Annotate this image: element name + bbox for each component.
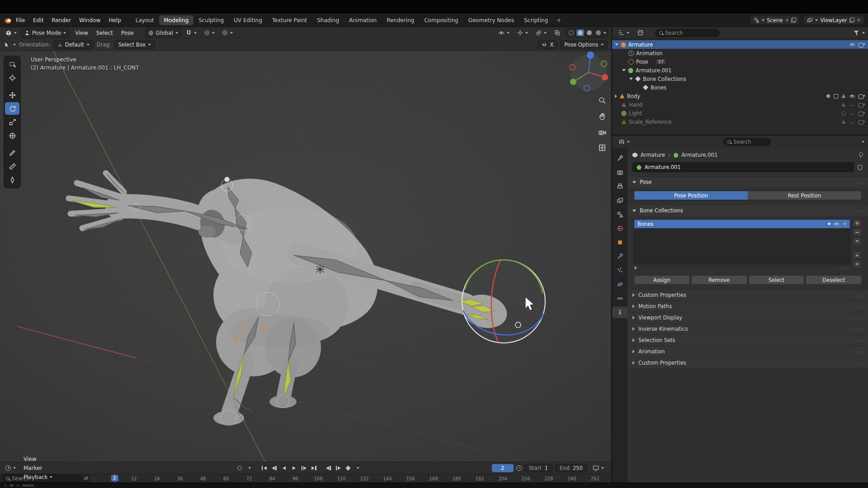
tab-scripting[interactable]: Scripting xyxy=(519,15,553,25)
outliner-display-mode[interactable] xyxy=(635,29,646,37)
tool-cursor[interactable] xyxy=(5,71,19,84)
panel-animation-5[interactable]: Animation:::: xyxy=(627,346,868,357)
viewport-menu-view[interactable]: View xyxy=(71,28,92,38)
axis-y-neg-ball[interactable] xyxy=(601,61,607,67)
outliner-search[interactable] xyxy=(655,29,720,37)
assign-button[interactable]: Assign xyxy=(634,275,690,285)
armature-name-input[interactable] xyxy=(645,164,850,170)
tab-uv-editing[interactable]: UV Editing xyxy=(229,15,267,25)
drag-dropdown[interactable]: Select Box xyxy=(114,40,156,49)
pin-icon[interactable] xyxy=(858,152,863,158)
tab-tool[interactable] xyxy=(613,153,627,164)
panel-custom-properties-6[interactable]: Custom Properties:::: xyxy=(627,357,868,368)
viewport-menu-select[interactable]: Select xyxy=(92,28,117,38)
caret-down-icon[interactable] xyxy=(615,43,618,46)
outliner-row-armature[interactable]: Armature xyxy=(612,40,868,49)
tab-modeling[interactable]: Modeling xyxy=(159,15,194,25)
menu-file[interactable]: File xyxy=(12,16,29,25)
menu-help[interactable]: Help xyxy=(104,16,125,25)
select-button[interactable]: Select xyxy=(749,275,805,285)
properties-search-input[interactable] xyxy=(733,139,767,145)
mirror-x-toggle[interactable]: X xyxy=(538,40,557,49)
panel-bone-collections[interactable]: Bone Collections :::: xyxy=(627,205,868,216)
solo-dot-icon[interactable]: ● xyxy=(828,222,830,225)
tab-render[interactable] xyxy=(613,167,627,178)
rotate-gizmo[interactable] xyxy=(462,260,545,343)
frame-start-field[interactable]: Start 1 xyxy=(524,464,552,472)
axis-z-ball[interactable] xyxy=(587,52,594,59)
visibility-eye-icon[interactable] xyxy=(849,102,855,108)
menu-edit[interactable]: Edit xyxy=(29,16,47,25)
properties-search[interactable] xyxy=(723,138,771,146)
menu-window[interactable]: Window xyxy=(75,16,104,25)
tab-sculpting[interactable]: Sculpting xyxy=(193,15,229,25)
panel-motion-paths-1[interactable]: Motion Paths:::: xyxy=(627,300,868,312)
timeline-editor-selector[interactable] xyxy=(3,465,19,472)
view-layer-selector[interactable]: ViewLayer × xyxy=(803,15,864,25)
tool-measure[interactable] xyxy=(5,160,19,173)
outliner-row-hand[interactable]: Hand xyxy=(612,100,868,109)
tool-extra[interactable] xyxy=(5,174,19,186)
breadcrumb-data[interactable]: Armature.001 xyxy=(682,152,718,158)
render-camera-icon[interactable] xyxy=(859,42,865,47)
add-workspace-button[interactable]: + xyxy=(553,16,565,24)
play-button[interactable] xyxy=(289,464,298,472)
move-up-button[interactable] xyxy=(853,251,861,259)
swap-filter-icon[interactable]: ⇄ xyxy=(84,475,88,481)
next-marker-button[interactable] xyxy=(334,464,343,472)
caret-right-icon[interactable] xyxy=(635,266,637,270)
pose-options-dropdown[interactable]: Pose Options xyxy=(560,40,608,49)
timeline-menu-view[interactable]: View xyxy=(19,455,57,464)
menu-render[interactable]: Render xyxy=(47,16,75,25)
tab-geometry-nodes[interactable]: Geometry Nodes xyxy=(463,15,519,25)
tab-physics[interactable] xyxy=(613,279,627,290)
tab-object[interactable] xyxy=(613,237,627,248)
caret-down-icon[interactable] xyxy=(629,78,633,80)
outliner-search-input[interactable] xyxy=(665,30,716,36)
ortho-grid-icon[interactable] xyxy=(598,144,606,153)
playhead-frame-badge[interactable]: 2 xyxy=(111,475,118,481)
mode-selector[interactable]: Pose Mode xyxy=(21,28,69,38)
tab-animation[interactable]: Animation xyxy=(344,15,382,25)
favorite-star-icon[interactable]: ☆ xyxy=(842,221,847,226)
render-camera-icon[interactable] xyxy=(859,102,865,107)
snapping-toggle[interactable] xyxy=(183,29,199,37)
outliner-row-pose[interactable]: Pose57 xyxy=(612,57,868,66)
outliner-row-bone-collections[interactable]: Bone Collections xyxy=(612,75,868,83)
proportional-editing-toggle[interactable] xyxy=(219,29,236,37)
pose-position-button[interactable]: Pose Position xyxy=(634,191,748,200)
filter-funnel-icon[interactable] xyxy=(854,30,859,36)
xray-toggle[interactable] xyxy=(552,29,563,37)
shading-rendered[interactable] xyxy=(594,29,602,36)
overlays-toggle[interactable] xyxy=(533,29,549,37)
timeline-menu-marker[interactable]: Marker xyxy=(19,464,57,473)
outliner-row-animation[interactable]: Animation xyxy=(612,49,868,57)
tool-scale[interactable] xyxy=(5,116,19,128)
visibility-eye-icon[interactable] xyxy=(849,42,855,47)
axis-x-neg-ball[interactable] xyxy=(570,65,576,70)
keying-set-caret[interactable] xyxy=(354,464,363,472)
rest-position-button[interactable]: Rest Position xyxy=(748,191,861,200)
jump-to-start-button[interactable] xyxy=(259,464,269,472)
move-down-button[interactable] xyxy=(853,260,861,268)
armature-name-field[interactable] xyxy=(632,162,854,172)
axis-z-neg-ball[interactable] xyxy=(584,85,590,91)
tab-scene[interactable] xyxy=(613,209,627,220)
add-collection-button[interactable]: + xyxy=(853,219,861,227)
use-preview-range-icon[interactable] xyxy=(516,465,522,471)
prev-marker-button[interactable] xyxy=(324,464,333,472)
caret-down-icon[interactable] xyxy=(622,69,626,71)
zoom-icon[interactable] xyxy=(598,96,606,106)
show-object-types-dropdown[interactable] xyxy=(495,29,512,37)
tab-compositing[interactable]: Compositing xyxy=(419,15,463,25)
remove-collection-button[interactable]: − xyxy=(853,228,861,236)
scene-selector[interactable]: Scene × xyxy=(750,15,800,25)
shading-material[interactable] xyxy=(585,29,593,36)
editor-type-selector[interactable] xyxy=(3,29,19,37)
tab-layout[interactable]: Layout xyxy=(131,15,159,25)
tab-rendering[interactable]: Rendering xyxy=(382,15,419,25)
deselect-button[interactable]: Deselect xyxy=(806,275,862,285)
axis-x-ball[interactable] xyxy=(602,74,608,80)
outliner-editor-selector[interactable] xyxy=(615,29,632,37)
tab-constraints[interactable] xyxy=(613,293,627,304)
